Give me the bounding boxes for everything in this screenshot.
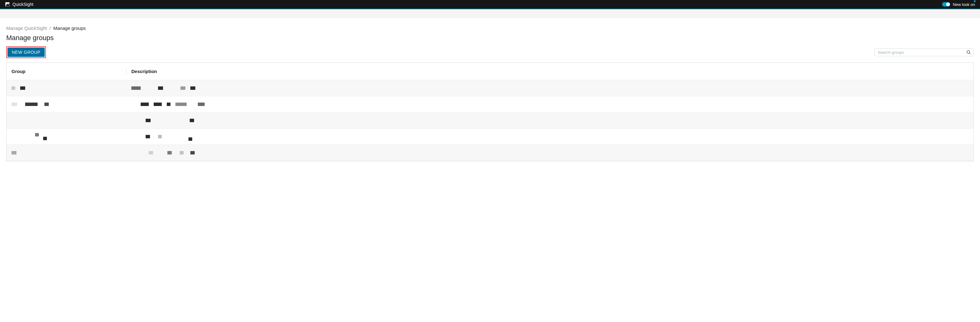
- redacted-content: [131, 135, 969, 138]
- table-row[interactable]: [6, 129, 974, 145]
- redacted-content: [131, 151, 969, 155]
- redact-block: [11, 86, 15, 90]
- cell-description: [126, 102, 969, 106]
- page-content: Manage QuickSight / Manage groups Manage…: [0, 18, 980, 164]
- new-look-toggle[interactable]: [942, 2, 950, 6]
- redact-block: [167, 102, 170, 106]
- redact-block: [154, 102, 162, 106]
- new-look-toggle-area: New look on: [942, 2, 975, 7]
- cell-group: [11, 102, 126, 106]
- redact-block: [175, 102, 187, 106]
- redact-block: [158, 86, 163, 90]
- redact-block: [149, 151, 153, 155]
- app-name: QuickSight: [13, 2, 33, 7]
- redact-block: [131, 86, 141, 90]
- redacted-content: [11, 102, 126, 106]
- redacted-content: [131, 102, 969, 106]
- table-header-row: Group Description: [6, 63, 974, 80]
- search-icon: [966, 50, 971, 55]
- cell-group: [11, 135, 126, 138]
- redacted-content: [131, 119, 969, 122]
- redacted-content: [11, 135, 126, 138]
- redact-block: [180, 86, 185, 90]
- cell-description: [126, 135, 969, 138]
- highlight-annotation: NEW GROUP: [6, 46, 46, 58]
- column-header-group-label: Group: [11, 69, 25, 74]
- cell-description: [126, 119, 969, 122]
- breadcrumb: Manage QuickSight / Manage groups: [6, 26, 974, 31]
- table-row[interactable]: [6, 96, 974, 113]
- search-input[interactable]: [877, 50, 966, 55]
- column-divider: [126, 69, 126, 75]
- redact-block: [146, 135, 150, 138]
- actions-row: NEW GROUP: [6, 46, 974, 58]
- breadcrumb-current: Manage groups: [53, 26, 86, 31]
- cell-group: [11, 151, 126, 155]
- cell-group: [11, 86, 126, 90]
- breadcrumb-parent[interactable]: Manage QuickSight: [6, 26, 47, 31]
- redact-block: [190, 151, 195, 155]
- svg-point-2: [967, 50, 970, 53]
- redacted-content: [11, 151, 126, 155]
- redact-block: [188, 137, 192, 141]
- redacted-content: [11, 86, 126, 90]
- notification-dot-icon: [974, 0, 976, 2]
- redact-block: [11, 102, 17, 106]
- page-title: Manage groups: [6, 34, 974, 42]
- redacted-content: [131, 86, 969, 90]
- redact-block: [198, 102, 205, 106]
- redact-block: [141, 102, 149, 106]
- column-header-description-label: Description: [131, 69, 157, 74]
- table-row[interactable]: [6, 113, 974, 129]
- redact-block: [146, 119, 151, 122]
- table-row[interactable]: [6, 80, 974, 96]
- cell-description: [126, 151, 969, 155]
- table-body: [6, 80, 974, 161]
- search-groups-field[interactable]: [874, 48, 974, 56]
- redact-block: [25, 102, 38, 106]
- breadcrumb-sep: /: [49, 26, 51, 31]
- new-group-button[interactable]: NEW GROUP: [8, 48, 45, 57]
- redact-block: [35, 133, 39, 136]
- topbar: QuickSight New look on: [0, 0, 980, 9]
- svg-line-3: [969, 53, 970, 54]
- sub-strip: [0, 9, 980, 18]
- redact-block: [158, 135, 162, 138]
- column-header-group[interactable]: Group: [11, 69, 126, 74]
- groups-table: Group Description: [6, 62, 974, 161]
- redact-block: [43, 137, 47, 140]
- redact-block: [20, 86, 25, 90]
- new-look-label: New look on: [953, 2, 975, 7]
- redact-block: [190, 119, 194, 122]
- cell-description: [126, 86, 969, 90]
- redact-block: [45, 102, 49, 106]
- redact-block: [190, 86, 195, 90]
- column-header-description[interactable]: Description: [126, 69, 969, 74]
- quicksight-icon: [5, 2, 10, 7]
- redact-block: [180, 151, 183, 155]
- redact-block: [11, 151, 16, 155]
- app-logo[interactable]: QuickSight: [5, 2, 33, 7]
- table-row[interactable]: [6, 145, 974, 161]
- redact-block: [167, 151, 172, 155]
